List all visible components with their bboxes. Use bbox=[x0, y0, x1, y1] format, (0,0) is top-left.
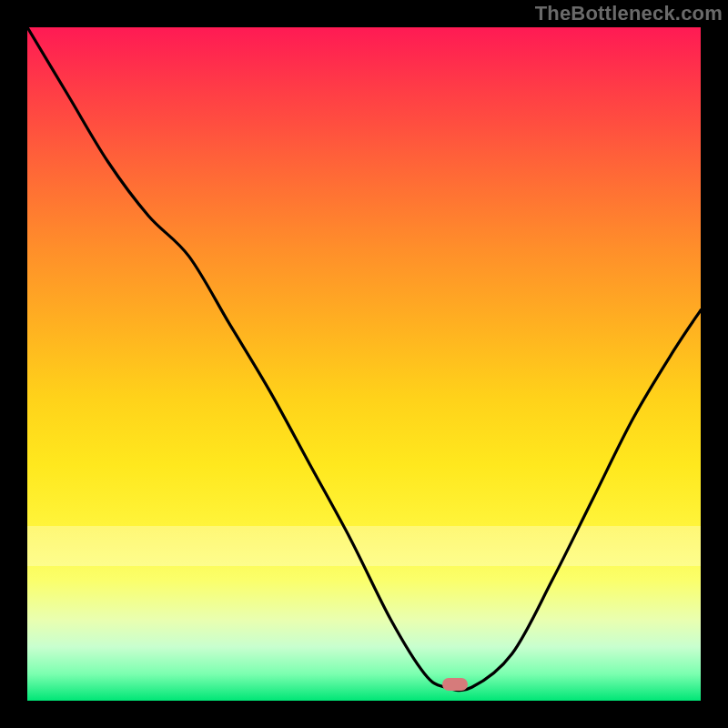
valley-marker bbox=[442, 678, 468, 691]
chart-container: TheBottleneck.com bbox=[0, 0, 728, 728]
watermark-text: TheBottleneck.com bbox=[535, 2, 723, 25]
bottleneck-curve bbox=[27, 27, 701, 701]
plot-area bbox=[27, 27, 701, 701]
